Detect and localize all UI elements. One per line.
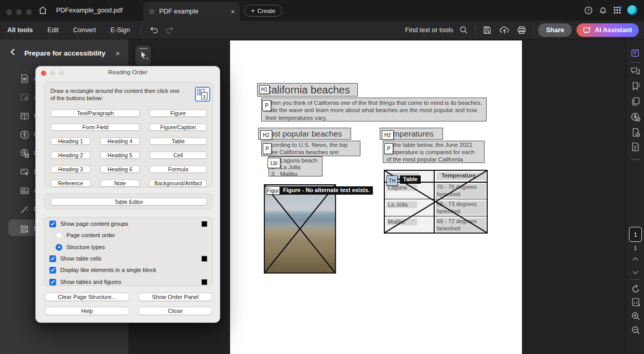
undo-icon[interactable] xyxy=(146,26,162,34)
find-text-label[interactable]: Find text or tools xyxy=(405,26,453,34)
h1-text: California beaches xyxy=(264,84,350,96)
clear-page-structure-button[interactable]: Clear Page Structure... xyxy=(45,293,129,301)
tag-button-reference[interactable]: Reference xyxy=(51,180,90,187)
apps-grid-icon[interactable] xyxy=(613,6,622,17)
next-page-icon[interactable] xyxy=(626,270,644,275)
figure-content-box[interactable] xyxy=(264,184,336,274)
drag-handle[interactable] xyxy=(139,48,148,49)
maximize-window-icon[interactable] xyxy=(26,9,32,15)
bookmarks-icon[interactable] xyxy=(626,81,644,91)
rotate-page-icon[interactable] xyxy=(626,284,644,294)
export-document-icon[interactable] xyxy=(626,128,644,137)
tag-button-heading-5[interactable]: Heading 5 xyxy=(100,152,140,159)
star-icon[interactable]: ☆ xyxy=(149,7,155,16)
avatar[interactable] xyxy=(627,5,637,15)
create-tab-button[interactable]: + Create xyxy=(244,5,282,17)
tag-button-form-field[interactable]: Form Field xyxy=(51,124,140,131)
structure-mode-icon-button[interactable]: 1 xyxy=(195,87,210,102)
select-cursor-icon[interactable] xyxy=(140,51,148,60)
list-item: La Jolla xyxy=(280,164,300,171)
option-show-table-cells[interactable]: Show table cells xyxy=(44,254,213,263)
radio-checked-icon[interactable] xyxy=(56,244,62,251)
paragraph-content-box[interactable]: According to U.S. News, the top three Ca… xyxy=(261,141,360,156)
table-cells-color-swatch[interactable] xyxy=(202,256,207,262)
tag-button-formula[interactable]: Formula xyxy=(150,166,207,173)
table-content-box[interactable]: Temperature Laguna 70 - 75 degrees farie… xyxy=(384,170,488,234)
tag-button-figure-caption[interactable]: Figure/Caption xyxy=(150,124,207,131)
tag-button-heading-4[interactable]: Heading 4 xyxy=(100,138,140,145)
help-button[interactable]: Help xyxy=(45,307,129,315)
back-icon[interactable] xyxy=(9,48,17,58)
checkbox-checked-icon[interactable] xyxy=(49,221,56,227)
redo-icon[interactable] xyxy=(162,26,177,34)
table-cell: Malibu xyxy=(387,219,417,225)
upload-cloud-icon[interactable] xyxy=(497,26,512,34)
checkbox-checked-icon[interactable] xyxy=(49,267,56,274)
tables-figures-color-swatch[interactable] xyxy=(202,279,207,285)
content-groups-color-swatch[interactable] xyxy=(202,221,207,227)
accessibility-check-icon[interactable] xyxy=(626,112,644,122)
tag-button-heading-3[interactable]: Heading 3 xyxy=(51,166,90,173)
zoom-in-icon[interactable] xyxy=(626,311,644,321)
page-thumbnail[interactable]: 1 xyxy=(629,227,642,242)
tag-button-figure[interactable]: Figure xyxy=(150,110,207,117)
pages-icon[interactable] xyxy=(626,97,644,106)
show-order-panel-button[interactable]: Show Order Panel xyxy=(138,293,212,301)
h1-content-box[interactable]: California beaches xyxy=(257,83,358,97)
close-window-icon[interactable] xyxy=(6,9,12,15)
tag-button-background-artifact[interactable]: Background/Artifact xyxy=(150,180,207,187)
zoom-fit-icon[interactable]: 1:1 xyxy=(626,297,644,307)
close-button[interactable]: Close xyxy=(138,307,212,315)
table-header-cell: Temperature xyxy=(437,172,486,180)
tag-button-note[interactable]: Note xyxy=(100,180,140,187)
menu-all-tools[interactable]: All tools xyxy=(0,26,40,34)
help-icon[interactable]: ? xyxy=(584,6,593,17)
table-editor-button[interactable]: Table Editor xyxy=(51,198,207,206)
zoom-out-icon[interactable] xyxy=(626,325,644,335)
tag-button-heading-1[interactable]: Heading 1 xyxy=(51,138,90,145)
option-show-page-content-groups[interactable]: Show page content groups xyxy=(44,220,213,228)
option-page-content-order[interactable]: Page content order xyxy=(44,231,213,239)
document-notes-icon[interactable] xyxy=(626,142,644,152)
tag-button-heading-6[interactable]: Heading 6 xyxy=(100,166,140,173)
paragraph-content-box[interactable]: In the table below, the June 2021 temper… xyxy=(383,141,485,163)
floating-tool-pill[interactable] xyxy=(135,45,151,65)
comments-icon[interactable] xyxy=(626,66,644,76)
menu-convert[interactable]: Convert xyxy=(66,26,103,34)
ai-assistant-label: AI Assistant xyxy=(595,26,632,34)
previous-page-icon[interactable] xyxy=(626,257,644,261)
ai-assistant-panel-icon[interactable] xyxy=(626,48,644,58)
menu-esign[interactable]: E-Sign xyxy=(103,26,138,34)
menu-edit[interactable]: Edit xyxy=(40,26,66,34)
share-button[interactable]: Share xyxy=(538,23,572,37)
ai-assistant-button[interactable]: AI Assistant xyxy=(576,23,639,37)
search-icon[interactable] xyxy=(456,26,472,34)
dialog-instruction: Draw a rectangle around the content then… xyxy=(50,87,181,102)
tab-doc-good[interactable]: PDFexample_good.pdf xyxy=(56,7,123,14)
tag-button-heading-2[interactable]: Heading 2 xyxy=(51,152,90,159)
more-tools-icon[interactable]: ··· xyxy=(626,155,644,163)
home-icon[interactable] xyxy=(38,6,47,15)
option-show-tables-figures[interactable]: Show tables and figures xyxy=(44,278,213,286)
autotag-document-icon xyxy=(20,74,30,84)
close-panel-icon[interactable]: × xyxy=(115,49,120,58)
print-icon[interactable] xyxy=(514,26,529,34)
notifications-bell-icon[interactable] xyxy=(599,6,607,17)
tag-button-text-paragraph[interactable]: Text/Paragraph xyxy=(51,110,140,117)
checkbox-checked-icon[interactable] xyxy=(49,255,56,262)
p-tag-badge: P xyxy=(262,100,271,111)
window-controls[interactable] xyxy=(6,8,36,17)
checkbox-checked-icon[interactable] xyxy=(49,279,56,285)
display-options-group: Show page content groups Page content or… xyxy=(44,217,213,286)
panel-title: Prepare for accessibility xyxy=(24,49,105,57)
option-structure-types[interactable]: Structure types xyxy=(44,243,213,251)
save-icon[interactable] xyxy=(479,26,495,34)
paragraph-content-box[interactable]: When you think of California one of the … xyxy=(261,98,487,121)
radio-unchecked-icon[interactable] xyxy=(56,232,62,239)
minimize-window-icon[interactable] xyxy=(16,9,22,15)
close-tab-icon[interactable]: × xyxy=(231,8,235,16)
option-display-like-elements[interactable]: Display like elements in a single block xyxy=(44,266,213,274)
tab-pdf-example[interactable]: ☆ PDF example × xyxy=(143,2,240,21)
tag-button-table[interactable]: Table xyxy=(150,138,207,145)
tag-button-cell[interactable]: Cell xyxy=(150,152,207,159)
